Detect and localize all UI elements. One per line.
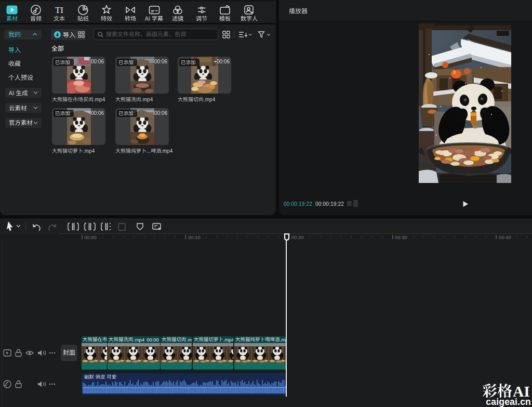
svg-text:caigeai.cn: caigeai.cn xyxy=(486,397,531,407)
svg-text:00:40: 00:40 xyxy=(499,234,511,240)
svg-text:00:00: 00:00 xyxy=(84,234,97,240)
svg-text:00:20: 00:20 xyxy=(291,234,304,240)
svg-text:TI: TI xyxy=(55,5,63,15)
svg-text:00:30: 00:30 xyxy=(395,234,407,240)
svg-text:00:10: 00:10 xyxy=(188,234,201,240)
